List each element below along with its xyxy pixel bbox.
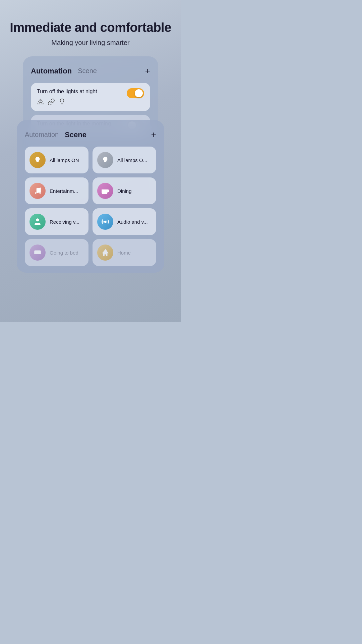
automation-item-night-icons bbox=[37, 98, 144, 106]
home-icon bbox=[101, 248, 110, 257]
scene-item-dining[interactable]: Dining bbox=[93, 177, 156, 204]
scene-icon-lamps-off bbox=[97, 152, 113, 168]
svg-line-4 bbox=[43, 101, 43, 102]
hero-subtitle: Making your living smarter bbox=[0, 39, 181, 47]
automation-item-night: Turn off the lights at night bbox=[31, 83, 150, 111]
scene-icon-lamps-on bbox=[29, 152, 46, 168]
scene-label-home: Home bbox=[117, 250, 131, 256]
hero-section: Immediate and comfortable Making your li… bbox=[0, 0, 181, 57]
scene-item-audio[interactable]: Audio and v... bbox=[93, 208, 156, 235]
scene-icon-dining bbox=[97, 183, 113, 199]
tab-automation-inactive[interactable]: Automation bbox=[25, 131, 59, 139]
tab-automation-active[interactable]: Automation bbox=[31, 67, 72, 75]
scene-label-lamps-on: All lamps ON bbox=[50, 157, 79, 163]
tab-scene-inactive[interactable]: Scene bbox=[78, 67, 97, 75]
scene-item-bed[interactable]: Going to bed bbox=[25, 239, 88, 266]
hero-title: Immediate and comfortable bbox=[0, 20, 181, 36]
scene-label-lamps-off: All lamps O... bbox=[117, 157, 147, 163]
scene-item-entertainment[interactable]: Entertainm... bbox=[25, 177, 88, 204]
automation-tabs: Automation Scene + bbox=[31, 66, 150, 76]
scene-icon-bed bbox=[29, 245, 46, 261]
automation-item-night-title: Turn off the lights at night bbox=[37, 89, 97, 95]
lamp-off-icon bbox=[101, 156, 110, 164]
scene-label-entertainment: Entertainm... bbox=[50, 188, 78, 194]
automation-toggle-night[interactable] bbox=[127, 88, 144, 98]
lamp-on-icon bbox=[33, 156, 42, 164]
automation-add-button[interactable]: + bbox=[145, 66, 150, 76]
scene-icon-home bbox=[97, 245, 113, 261]
scene-icon-receiving bbox=[29, 214, 46, 230]
scene-label-audio: Audio and v... bbox=[117, 219, 148, 225]
tab-scene-active[interactable]: Scene bbox=[65, 130, 86, 139]
scene-icon-audio bbox=[97, 214, 113, 230]
sunset-icon bbox=[37, 98, 44, 106]
scene-icon-entertainment bbox=[29, 183, 46, 199]
svg-point-8 bbox=[104, 221, 107, 223]
entertainment-icon bbox=[33, 186, 42, 195]
scene-card: Automation Scene + All lamps ON All lamp… bbox=[17, 120, 164, 273]
svg-line-1 bbox=[38, 101, 39, 102]
scene-item-lamps-off[interactable]: All lamps O... bbox=[93, 147, 156, 173]
audio-icon bbox=[101, 217, 110, 226]
scene-item-receiving[interactable]: Receiving v... bbox=[25, 208, 88, 235]
link-icon bbox=[48, 98, 55, 106]
scene-item-home[interactable]: Home bbox=[93, 239, 156, 266]
receiving-icon bbox=[33, 217, 42, 226]
automation-item-night-row: Turn off the lights at night bbox=[37, 88, 144, 98]
dining-icon bbox=[101, 186, 110, 195]
scene-add-button[interactable]: + bbox=[151, 129, 156, 140]
bed-icon bbox=[33, 248, 42, 257]
scene-tabs: Automation Scene + bbox=[25, 129, 156, 140]
scene-grid: All lamps ON All lamps O... Entertainm..… bbox=[25, 147, 156, 266]
scene-label-receiving: Receiving v... bbox=[50, 219, 79, 225]
scene-label-bed: Going to bed bbox=[50, 250, 78, 256]
toggle-knob bbox=[135, 89, 143, 97]
light-bulb-icon bbox=[58, 98, 66, 106]
scene-label-dining: Dining bbox=[117, 188, 132, 194]
scene-item-lamps-on[interactable]: All lamps ON bbox=[25, 147, 88, 173]
